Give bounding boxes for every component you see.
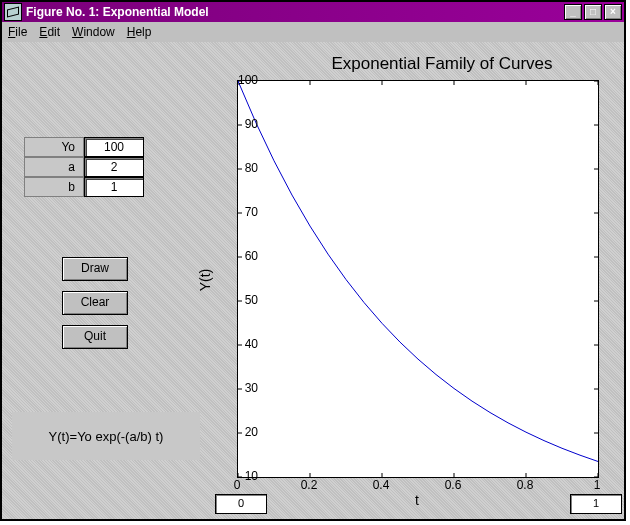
clear-button[interactable]: Clear (62, 291, 128, 315)
title-bar[interactable]: Figure No. 1: Exponential Model _ □ × (2, 2, 624, 22)
client-area: Exponential Family of Curves Yo 100 a 2 … (2, 42, 624, 519)
formula-panel: Y(t)=Yo exp(-(a/b) t) (12, 412, 200, 460)
minimize-button[interactable]: _ (564, 4, 582, 20)
param-label-a: a (24, 157, 84, 177)
menu-help[interactable]: Help (127, 25, 152, 39)
app-icon (4, 3, 22, 21)
y-tick-label: 100 (228, 73, 258, 87)
param-input-a[interactable]: 2 (84, 157, 144, 177)
menu-bar: File Edit Window Help (2, 22, 624, 42)
x-tick-label: 0 (222, 478, 252, 492)
y-tick-label: 80 (228, 161, 258, 175)
x-range-min[interactable]: 0 (215, 494, 267, 514)
y-tick-label: 60 (228, 249, 258, 263)
param-row-yo: Yo 100 (24, 137, 144, 157)
y-tick-label: 90 (228, 117, 258, 131)
y-tick-label: 70 (228, 205, 258, 219)
y-tick-label: 40 (228, 337, 258, 351)
param-label-b: b (24, 177, 84, 197)
menu-file[interactable]: File (8, 25, 27, 39)
x-tick-label: 1 (582, 478, 612, 492)
param-row-a: a 2 (24, 157, 144, 177)
x-tick-label: 0.2 (294, 478, 324, 492)
plot-area (237, 80, 599, 478)
window-title: Figure No. 1: Exponential Model (26, 5, 209, 19)
y-tick-label: 30 (228, 381, 258, 395)
maximize-button[interactable]: □ (584, 4, 602, 20)
formula-text: Y(t)=Yo exp(-(a/b) t) (49, 429, 164, 444)
parameter-table: Yo 100 a 2 b 1 (24, 137, 144, 197)
x-tick-label: 0.8 (510, 478, 540, 492)
x-axis-label: t (415, 492, 419, 508)
plot-svg (238, 81, 598, 477)
param-row-b: b 1 (24, 177, 144, 197)
figure-window: Figure No. 1: Exponential Model _ □ × Fi… (0, 0, 626, 521)
draw-button[interactable]: Draw (62, 257, 128, 281)
param-input-yo[interactable]: 100 (84, 137, 144, 157)
x-tick-label: 0.4 (366, 478, 396, 492)
close-button[interactable]: × (604, 4, 622, 20)
action-buttons: Draw Clear Quit (62, 257, 128, 349)
x-tick-label: 0.6 (438, 478, 468, 492)
menu-window[interactable]: Window (72, 25, 115, 39)
y-tick-label: 50 (228, 293, 258, 307)
chart-title: Exponential Family of Curves (302, 54, 582, 74)
param-input-b[interactable]: 1 (84, 177, 144, 197)
y-axis-label: Y(t) (197, 269, 213, 292)
x-range-max[interactable]: 1 (570, 494, 622, 514)
menu-edit[interactable]: Edit (39, 25, 60, 39)
param-label-yo: Yo (24, 137, 84, 157)
y-tick-label: 20 (228, 425, 258, 439)
quit-button[interactable]: Quit (62, 325, 128, 349)
